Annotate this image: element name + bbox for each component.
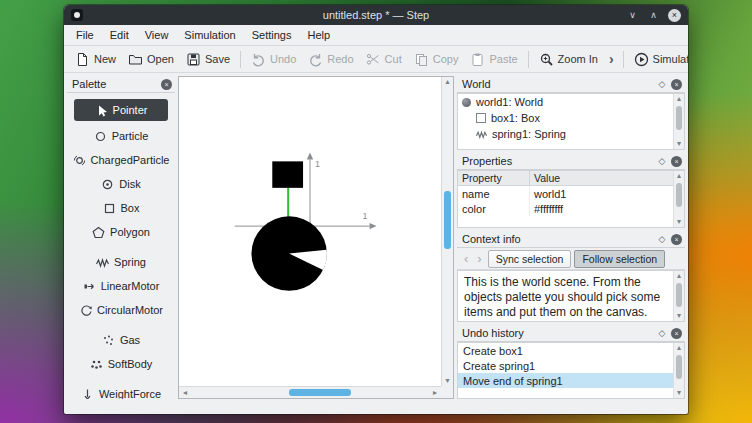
sync-selection-button[interactable]: Sync selection (488, 250, 572, 268)
world-scrollbar[interactable]: ▴ ▾ (673, 94, 684, 149)
undo-icon (251, 52, 266, 67)
open-button[interactable]: Open (122, 49, 180, 70)
scroll-down-icon[interactable]: ▾ (674, 311, 685, 321)
titlebar[interactable]: untitled.step * — Step ∨ ∧ × (64, 5, 688, 25)
box1-checkbox[interactable] (476, 113, 486, 123)
scroll-up-icon[interactable]: ▴ (674, 271, 685, 281)
vertical-scroll-thumb[interactable] (444, 191, 451, 249)
tree-item-world1[interactable]: world1: World (458, 94, 673, 110)
new-button[interactable]: New (69, 49, 122, 70)
close-icon[interactable]: × (668, 9, 681, 22)
save-button[interactable]: Save (180, 49, 236, 70)
scroll-thumb[interactable] (676, 355, 682, 379)
column-header-value[interactable]: Value (530, 171, 673, 185)
x-axis-label: 1 (363, 211, 368, 221)
zoom-in-icon (539, 52, 554, 67)
scroll-up-icon[interactable]: ▴ (674, 94, 685, 104)
palette-item-weightforce[interactable]: WeightForce (67, 382, 175, 399)
close-panel-icon[interactable]: × (671, 79, 682, 90)
scroll-up-icon[interactable]: ▴ (674, 171, 685, 181)
zoom-in-button[interactable]: Zoom In (533, 49, 604, 70)
canvas-horizontal-scrollbar[interactable]: ◂ ▸ (179, 386, 441, 398)
open-folder-icon (128, 52, 143, 67)
simulate-button[interactable]: Simulate ∨ (628, 49, 688, 70)
undo-item[interactable]: Create spring1 (458, 358, 673, 373)
undo-item[interactable]: Create box1 (458, 343, 673, 358)
weight-force-icon (81, 388, 94, 400)
box1-object[interactable] (272, 161, 303, 187)
scroll-left-icon[interactable]: ◂ (179, 388, 191, 398)
world-panel-header: World ◇ × (457, 76, 685, 93)
menu-file[interactable]: File (68, 25, 102, 45)
polygon-icon (92, 226, 105, 239)
scroll-thumb[interactable] (676, 183, 682, 207)
menu-edit[interactable]: Edit (102, 25, 137, 45)
redo-button[interactable]: Redo (302, 49, 359, 70)
property-row-name[interactable]: name world1 (458, 186, 673, 201)
scroll-down-icon[interactable]: ▾ (442, 376, 454, 386)
close-panel-icon[interactable]: × (671, 156, 682, 167)
menu-settings[interactable]: Settings (244, 25, 300, 45)
redo-icon (308, 52, 323, 67)
spring-icon (476, 129, 487, 140)
menu-help[interactable]: Help (299, 25, 338, 45)
float-panel-icon[interactable]: ◇ (656, 233, 668, 245)
forward-icon[interactable]: › (474, 252, 484, 265)
pointer-cursor-icon (95, 104, 108, 117)
palette-item-disk[interactable]: Disk (67, 172, 175, 196)
close-panel-icon[interactable]: × (161, 79, 172, 90)
scroll-down-icon[interactable]: ▾ (674, 139, 685, 149)
paste-button[interactable]: Paste (464, 49, 523, 70)
float-panel-icon[interactable]: ◇ (656, 155, 668, 167)
palette-item-circularmotor[interactable]: CircularMotor (67, 298, 175, 322)
properties-scrollbar[interactable]: ▴ ▾ (673, 171, 684, 227)
copy-button[interactable]: Copy (408, 49, 465, 70)
scroll-down-icon[interactable]: ▾ (674, 388, 685, 398)
menu-simulation[interactable]: Simulation (176, 25, 243, 45)
context-scrollbar[interactable]: ▴ ▾ (673, 271, 684, 321)
undo-scrollbar[interactable]: ▴ ▾ (673, 343, 684, 398)
panel-title: Properties (462, 155, 653, 167)
menu-view[interactable]: View (137, 25, 177, 45)
tree-item-spring1[interactable]: spring1: Spring (458, 126, 673, 142)
property-row-color[interactable]: color #ffffffff (458, 201, 673, 216)
column-header-property[interactable]: Property (458, 171, 530, 185)
scroll-down-icon[interactable]: ▾ (674, 217, 685, 227)
maximize-icon[interactable]: ∧ (647, 9, 660, 22)
palette-list: Pointer Particle ChargedParticle Disk Bo… (67, 93, 175, 399)
world-icon (462, 98, 471, 107)
close-panel-icon[interactable]: × (671, 234, 682, 245)
cut-button[interactable]: Cut (360, 49, 408, 70)
simulation-canvas[interactable]: 1 1 (179, 77, 441, 386)
horizontal-scroll-thumb[interactable] (289, 389, 351, 396)
palette-item-linearmotor[interactable]: LinearMotor (67, 274, 175, 298)
tree-item-box1[interactable]: box1: Box (458, 110, 673, 126)
copy-icon (414, 52, 429, 67)
toolbar: New Open Save Undo Redo Cut Copy P (64, 46, 688, 73)
canvas-vertical-scrollbar[interactable]: ▴ ▾ (441, 77, 453, 386)
world-tree: world1: World box1: Box spring1: Spring (458, 94, 673, 149)
back-icon[interactable]: ‹ (461, 252, 471, 265)
undo-item-selected[interactable]: Move end of spring1 (458, 373, 673, 388)
palette-item-box[interactable]: Box (67, 196, 175, 220)
save-icon (186, 52, 201, 67)
float-panel-icon[interactable]: ◇ (656, 78, 668, 90)
scroll-thumb[interactable] (676, 106, 682, 130)
scroll-thumb[interactable] (676, 283, 682, 307)
palette-item-polygon[interactable]: Polygon (67, 220, 175, 244)
scroll-right-icon[interactable]: ▸ (429, 388, 441, 398)
close-panel-icon[interactable]: × (671, 328, 682, 339)
undo-button[interactable]: Undo (245, 49, 302, 70)
toolbar-overflow-icon[interactable]: › (604, 51, 619, 67)
scroll-up-icon[interactable]: ▴ (442, 77, 454, 87)
scroll-up-icon[interactable]: ▴ (674, 343, 685, 353)
float-panel-icon[interactable]: ◇ (656, 327, 668, 339)
follow-selection-button[interactable]: Follow selection (574, 250, 665, 268)
properties-panel-header: Properties ◇ × (457, 153, 685, 170)
palette-item-chargedparticle[interactable]: ChargedParticle (67, 148, 175, 172)
palette-item-pointer[interactable]: Pointer (74, 99, 168, 121)
palette-item-softbody[interactable]: SoftBody (67, 352, 175, 376)
palette-item-particle[interactable]: Particle (67, 124, 175, 148)
palette-item-gas[interactable]: Gas (67, 328, 175, 352)
palette-item-spring[interactable]: Spring (67, 250, 175, 274)
